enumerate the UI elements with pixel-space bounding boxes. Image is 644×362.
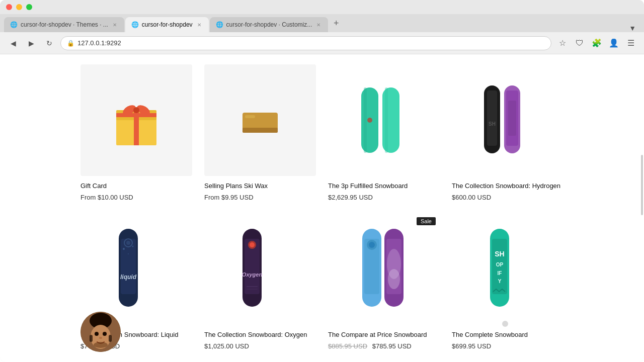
sale-price: $785.95 USD — [372, 342, 412, 350]
tab-label-active: cursor-for-shopdev — [142, 21, 193, 28]
tab-dropdown-button[interactable]: ▼ — [625, 24, 640, 32]
svg-point-28 — [126, 241, 130, 245]
svg-rect-16 — [487, 90, 497, 146]
tab-shopdev[interactable]: 🌐 cursor-for-shopdev ✕ — [125, 17, 209, 32]
tab-favicon-active: 🌐 — [131, 21, 139, 28]
profile-icon[interactable]: 👤 — [607, 36, 621, 50]
product-price-gift-card: From $10.00 USD — [80, 194, 192, 201]
product-card-3p-snowboard[interactable]: The 3p Fulfilled Snowboard $2,629.95 USD — [328, 64, 440, 201]
tab-label: cursor-for-shopdev · Themes · ... — [21, 21, 108, 28]
tab-favicon-customize: 🌐 — [216, 21, 223, 28]
tab-customize[interactable]: 🌐 cursor-for-shopdev · Customiz... ✕ — [210, 17, 329, 32]
svg-rect-58 — [109, 335, 112, 342]
svg-text:liquid: liquid — [120, 274, 137, 281]
svg-point-55 — [99, 337, 102, 339]
user-avatar — [80, 312, 121, 352]
svg-text:OP: OP — [496, 262, 504, 267]
minimize-button[interactable] — [16, 4, 22, 10]
menu-icon[interactable]: ☰ — [624, 36, 638, 50]
scrollbar-thumb[interactable] — [641, 155, 643, 215]
toolbar-icons: ☆ 🛡 🧩 👤 ☰ — [555, 36, 638, 50]
product-card-compare[interactable]: Sale — [328, 213, 440, 350]
reload-button[interactable]: ↻ — [42, 36, 56, 50]
svg-point-39 — [369, 242, 375, 248]
lock-icon: 🔒 — [67, 40, 74, 47]
url-text: 127.0.0.1:9292 — [77, 39, 121, 47]
svg-text:SH: SH — [489, 121, 496, 127]
product-image-compare: Sale — [328, 213, 440, 325]
sale-badge: Sale — [417, 217, 436, 225]
shield-icon[interactable]: 🛡 — [573, 36, 587, 50]
product-name-hydrogen: The Collection Snowboard: Hydrogen — [452, 182, 564, 190]
product-name-compare: The Compare at Price Snowboard — [328, 331, 440, 338]
close-button[interactable] — [6, 4, 12, 10]
back-button[interactable]: ◀ — [6, 36, 20, 50]
view-all-section: View all — [0, 360, 644, 362]
scrollbar-track — [640, 54, 644, 362]
svg-text:Y: Y — [498, 279, 502, 284]
product-price-hydrogen: $600.00 USD — [452, 194, 564, 201]
svg-point-43 — [388, 269, 400, 289]
svg-rect-3 — [116, 113, 156, 117]
product-image-oxygen: Oxygen — [204, 213, 316, 325]
original-price: $885.95 USD — [328, 342, 367, 350]
product-price-oxygen: $1,025.00 USD — [204, 342, 316, 350]
product-image-hydrogen: SH — [452, 64, 564, 176]
product-card-ski-wax[interactable]: Selling Plans Ski Wax From $9.95 USD — [204, 64, 316, 201]
product-card-gift-card[interactable]: Gift Card From $10.00 USD — [80, 64, 192, 201]
svg-point-54 — [103, 332, 107, 336]
svg-rect-8 — [243, 128, 278, 133]
svg-point-53 — [95, 332, 99, 336]
svg-text:IF: IF — [498, 270, 502, 276]
bookmark-icon[interactable]: ☆ — [555, 36, 570, 50]
title-bar — [0, 0, 644, 14]
tab-label-customize: cursor-for-shopdev · Customiz... — [226, 21, 312, 28]
browser-frame: 🌐 cursor-for-shopdev · Themes · ... ✕ 🌐 … — [0, 0, 644, 362]
maximize-button[interactable] — [26, 4, 32, 10]
svg-text:SH: SH — [495, 250, 504, 258]
product-name-oxygen: The Collection Snowboard: Oxygen — [204, 331, 316, 338]
product-name-gift-card: Gift Card — [80, 182, 192, 190]
product-price-compare: $885.95 USD $785.95 USD — [328, 342, 440, 350]
forward-button[interactable]: ▶ — [24, 36, 38, 50]
svg-rect-14 — [385, 87, 388, 153]
product-image-gift-card — [80, 64, 192, 176]
svg-point-23 — [123, 248, 125, 250]
product-card-oxygen[interactable]: Oxygen The Collection Snowboard: Oxygen … — [204, 213, 316, 350]
svg-point-6 — [133, 107, 139, 113]
address-bar: ◀ ▶ ↻ 🔒 127.0.0.1:9292 ☆ 🛡 🧩 👤 ☰ — [0, 32, 644, 54]
product-image-complete: SH OP IF Y — [452, 213, 564, 325]
svg-point-25 — [128, 253, 129, 254]
extension-icon[interactable]: 🧩 — [590, 36, 604, 50]
svg-point-11 — [367, 118, 372, 123]
svg-rect-9 — [245, 115, 255, 118]
avatar-face — [80, 312, 121, 352]
product-name-3p-snowboard: The 3p Fulfilled Snowboard — [328, 182, 440, 190]
url-bar[interactable]: 🔒 127.0.0.1:9292 — [60, 36, 551, 50]
svg-point-56 — [94, 342, 108, 348]
product-image-liquid: liquid — [80, 213, 192, 325]
product-price-ski-wax: From $9.95 USD — [204, 194, 316, 201]
tab-favicon: 🌐 — [10, 21, 18, 28]
svg-text:Oxygen: Oxygen — [242, 272, 263, 278]
svg-rect-57 — [90, 335, 93, 342]
product-price-3p-snowboard: $2,629.95 USD — [328, 194, 440, 201]
svg-point-24 — [132, 246, 134, 247]
product-price-complete: $699.95 USD — [452, 342, 564, 350]
new-tab-button[interactable]: + — [329, 16, 343, 30]
svg-rect-12 — [364, 87, 367, 153]
svg-rect-20 — [508, 101, 516, 136]
product-image-ski-wax — [204, 64, 316, 176]
tab-close-customize[interactable]: ✕ — [315, 21, 322, 28]
product-name-complete: The Complete Snowboard — [452, 331, 564, 338]
product-card-hydrogen[interactable]: SH The Collection Snowboard: Hydrogen $6… — [452, 64, 564, 201]
product-name-ski-wax: Selling Plans Ski Wax — [204, 182, 316, 190]
page-content: Gift Card From $10.00 USD Selling Plans … — [0, 54, 644, 362]
tab-close-active[interactable]: ✕ — [196, 21, 203, 28]
tab-close-themes[interactable]: ✕ — [111, 21, 118, 28]
tab-bar: 🌐 cursor-for-shopdev · Themes · ... ✕ 🌐 … — [0, 14, 644, 32]
svg-point-32 — [250, 242, 255, 247]
product-image-3p-snowboard — [328, 64, 440, 176]
tab-themes[interactable]: 🌐 cursor-for-shopdev · Themes · ... ✕ — [4, 17, 124, 32]
product-card-complete[interactable]: SH OP IF Y The Complete Snowboard $699.9… — [452, 213, 564, 350]
